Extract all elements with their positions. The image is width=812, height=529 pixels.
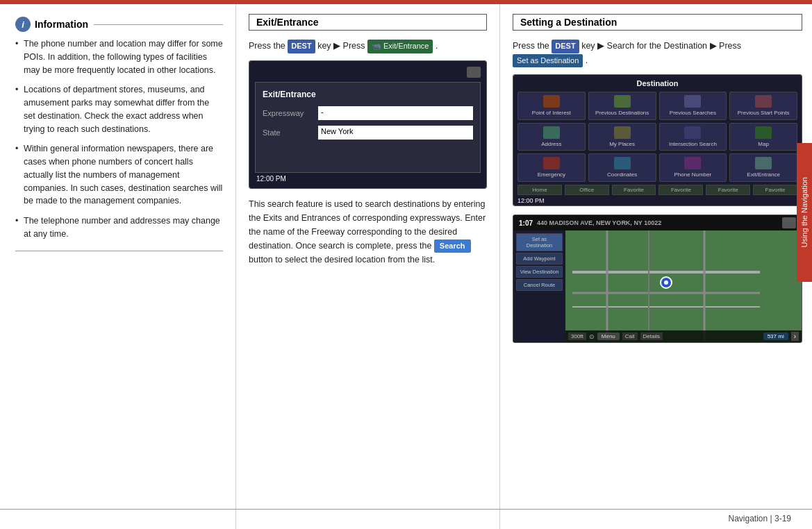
ss-map-sidebar: Set as Destination Add Waypoint View Des… bbox=[513, 230, 565, 342]
dest-item-phone: Phone Number bbox=[659, 153, 727, 182]
dest-bottom-home: Home bbox=[517, 185, 562, 195]
address-label: Address bbox=[541, 141, 561, 148]
ss-top-bar bbox=[255, 67, 481, 78]
ss-map-bottom-bar: 300ft ⊙ Menu Call Details 537 mi › bbox=[565, 330, 802, 342]
arrow1-mid: ▶ bbox=[333, 41, 340, 51]
bullet-item-3: Within general information newspapers, t… bbox=[15, 142, 223, 208]
instr-key1: key bbox=[317, 41, 333, 51]
dest-item-exit: Exit/Entrance bbox=[729, 153, 797, 182]
ss-label-expressway: Expressway bbox=[263, 109, 318, 117]
intersection-icon bbox=[684, 126, 701, 139]
dest-bottom-office: Office bbox=[565, 185, 609, 195]
instr-press2: Press bbox=[343, 41, 365, 51]
poi-label: Point of Interest bbox=[532, 110, 571, 117]
dest-bottom-fav2: Favorite bbox=[658, 185, 703, 195]
info-header: i Information bbox=[15, 17, 223, 32]
main-content: i Information The phone number and locat… bbox=[0, 4, 812, 529]
left-bottom-divider bbox=[15, 251, 223, 251]
prev-start-label: Previous Start Points bbox=[738, 110, 790, 117]
ss-row-state: State New York bbox=[263, 126, 473, 140]
prev-search-label: Previous Searches bbox=[670, 110, 716, 117]
dest-item-map: Map bbox=[729, 123, 797, 151]
exit-entrance-screenshot: Exit/Entrance Expressway - State New Yor… bbox=[249, 60, 487, 189]
instr-press-r1: Press the bbox=[513, 41, 549, 51]
right-column: Setting a Destination Press the DEST key… bbox=[500, 4, 812, 529]
ss-corner-btn bbox=[467, 67, 481, 78]
exit-icon bbox=[755, 157, 772, 169]
dest-bottom-fav4: Favorite bbox=[753, 185, 797, 195]
ss-map-btn-set-dest[interactable]: Set as Destination bbox=[516, 233, 563, 251]
info-icon: i bbox=[15, 17, 31, 32]
svg-rect-0 bbox=[565, 230, 802, 342]
ss-exit-inner: Exit/Entrance Expressway - State New Yor… bbox=[249, 61, 486, 188]
emergency-icon bbox=[543, 157, 560, 169]
ss-map-btn-cancel-route[interactable]: Cancel Route bbox=[516, 279, 563, 291]
instr-press-r2: Press bbox=[719, 41, 741, 51]
dest-badge-right: DEST bbox=[552, 40, 579, 53]
body-text-2: button to select the desired location fr… bbox=[249, 255, 435, 264]
instr-search: Search for the Destination bbox=[607, 41, 708, 51]
exit-entrance-badge: 📹Exit/Entrance bbox=[367, 40, 433, 53]
prev-dest-icon bbox=[614, 95, 631, 108]
my-places-icon bbox=[614, 126, 631, 139]
map-roads-svg bbox=[565, 230, 802, 342]
ss-row-expressway: Expressway - bbox=[263, 106, 473, 120]
ss-map-header-left: 1:07 440 MADISON AVE, NEW YORK, NY 10022 bbox=[519, 219, 661, 227]
dest-item-intersection: Intersection Search bbox=[659, 123, 727, 151]
destination-menu-screenshot: Destination Point of Interest Previous D… bbox=[513, 74, 802, 206]
ss-map-area: 300ft ⊙ Menu Call Details 537 mi › bbox=[565, 230, 802, 342]
instr-press1: Press the bbox=[249, 41, 285, 51]
ss-input-state: New York bbox=[318, 126, 473, 140]
dest-item-emergency: Emergency bbox=[517, 153, 586, 182]
dest-item-coordinates: Coordinates bbox=[588, 153, 656, 182]
ss-form-title: Exit/Entrance bbox=[263, 90, 473, 99]
period1: . bbox=[436, 41, 438, 51]
bullet-item-2: Locations of department stores, museums,… bbox=[15, 83, 223, 135]
ss-time-exit: 12:00 PM bbox=[255, 173, 481, 183]
sidebar-tab-label: Using the Navigation bbox=[800, 177, 809, 248]
dest-badge-mid: DEST bbox=[288, 40, 315, 53]
exit-entrance-instruction: Press the DEST key ▶ Press 📹Exit/Entranc… bbox=[249, 39, 487, 53]
ss-map-arrow-btn[interactable]: › bbox=[791, 332, 799, 341]
footer-text: Navigation | 3-19 bbox=[728, 514, 791, 523]
prev-dest-label: Previous Destinations bbox=[595, 110, 649, 117]
ss-map-time: 1:07 bbox=[519, 219, 533, 227]
left-column: i Information The phone number and locat… bbox=[0, 4, 236, 529]
exit-entrance-title-bar: Exit/Entrance bbox=[249, 14, 487, 31]
bullet-list: The phone number and location may differ… bbox=[15, 37, 223, 241]
ss-map-menu-btn[interactable]: Menu bbox=[597, 333, 620, 340]
ss-dest-grid: Point of Interest Previous Destinations … bbox=[517, 92, 797, 182]
ss-map-address: 440 MADISON AVE, NEW YORK, NY 10022 bbox=[537, 219, 661, 226]
poi-icon bbox=[543, 95, 560, 108]
ss-map-scale: 300ft bbox=[568, 333, 586, 340]
ss-label-state: State bbox=[263, 128, 318, 137]
ss-dest-inner: Destination Point of Interest Previous D… bbox=[513, 75, 802, 205]
dest-item-my-places: My Places bbox=[588, 123, 656, 151]
arrow-r1: ▶ bbox=[597, 41, 604, 51]
ss-map-btn-add-wp[interactable]: Add Waypoint bbox=[516, 253, 563, 264]
ss-map-btn-view-dest[interactable]: View Destination bbox=[516, 266, 563, 278]
middle-column: Exit/Entrance Press the DEST key ▶ Press… bbox=[236, 4, 500, 529]
exit-label: Exit/Entrance bbox=[747, 171, 780, 178]
phone-icon bbox=[684, 157, 701, 169]
dest-bottom-fav3: Favorite bbox=[706, 185, 750, 195]
address-icon bbox=[543, 126, 560, 139]
coordinates-icon bbox=[614, 157, 631, 169]
ss-dest-bottom: Home Office Favorite Favorite Favorite F… bbox=[517, 185, 797, 195]
ss-map-call-btn[interactable]: Call bbox=[622, 333, 638, 340]
ss-map-compass: ⊙ bbox=[589, 333, 595, 340]
ss-map-corner-btn bbox=[782, 217, 796, 228]
ss-map-distance: 537 mi bbox=[763, 333, 788, 340]
ss-input-expressway: - bbox=[318, 106, 473, 120]
info-title: Information bbox=[35, 19, 88, 30]
ss-map-details-btn[interactable]: Details bbox=[640, 333, 663, 340]
info-divider bbox=[94, 24, 223, 25]
bullet-item-1: The phone number and location may differ… bbox=[15, 37, 223, 76]
svg-point-8 bbox=[664, 280, 668, 285]
dest-item-poi: Point of Interest bbox=[517, 92, 586, 120]
bullet-item-4: The telephone number and addresses may c… bbox=[15, 215, 223, 241]
dest-item-address: Address bbox=[517, 123, 586, 151]
prev-search-icon bbox=[684, 95, 701, 108]
set-as-dest-badge: Set as Destination bbox=[513, 54, 583, 68]
footer-divider bbox=[0, 509, 812, 510]
